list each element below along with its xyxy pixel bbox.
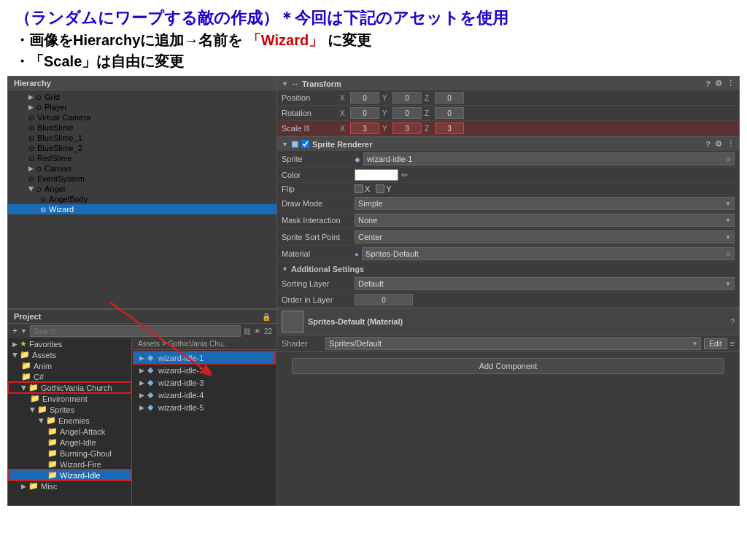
shader-label: Shader [282,339,325,348]
sprite-field-value: ◆ wizard-idle-1 ⊙ [355,152,735,166]
sprite-renderer-toggle[interactable] [301,140,309,148]
transform-title: Transform [302,79,341,88]
color-preview[interactable] [355,169,398,181]
draw-mode-label: Draw Mode [282,199,355,208]
position-label: Position [282,93,340,102]
project-item-angel-attack[interactable]: 📁 Angel-Attack [8,426,131,437]
draw-mode-value: Simple ▼ [355,197,735,210]
rotation-label: Rotation [282,109,340,117]
dropdown-arrow-icon: ▼ [725,217,731,224]
shader-dropdown[interactable]: Sprites/Default ▼ [325,337,701,350]
settings-icon[interactable]: ⚙ [715,79,722,88]
sprite-sort-dropdown[interactable]: Center ▼ [355,230,735,244]
material-row: Material ● Sprites-Default ⊙ [277,246,739,262]
x-label: X [340,94,349,102]
flip-y-checkbox[interactable] [376,184,384,193]
menu-icon[interactable]: ≡ [730,339,735,348]
asset-file-wizard-idle-5[interactable]: ▶ ◆ wizard-idle-5 [133,401,275,413]
scale-x-input[interactable] [350,122,379,134]
svg-line-0 [109,302,212,375]
game-object-icon: ⊙ [36,104,42,112]
mask-interaction-label: Mask Interaction [282,216,355,225]
order-layer-label: Order in Layer [282,295,355,304]
hierarchy-item-angelbody[interactable]: ⊙ AngelBody [8,194,276,204]
scale-z-input[interactable] [435,122,464,134]
order-layer-input[interactable] [355,294,413,306]
project-item-burning-ghoul[interactable]: 📁 Burning-Ghoul [8,448,131,459]
sorting-layer-value: Default ▼ [355,277,735,290]
order-layer-value [355,294,735,306]
flip-x-checkbox[interactable] [355,184,363,193]
folder-icon: 📁 [20,350,30,359]
position-x-field: X [340,92,379,104]
material-dropdown[interactable]: Sprites-Default ⊙ [362,247,735,260]
hierarchy-item-grid[interactable]: ▶ ⊙ Grid [8,92,276,102]
hierarchy-item-blueslime[interactable]: ⊙ BlueSlime [8,122,276,133]
draw-mode-row: Draw Mode Simple ▼ [277,195,739,212]
header-section: （ランダムにワープする敵の作成）＊今回は下記のアセットを使用 ・画像をHiera… [0,0,747,76]
mask-interaction-dropdown[interactable]: None ▼ [355,214,735,227]
hierarchy-item-redslime[interactable]: ⊙ RedSlime [8,153,276,163]
project-item-sprites[interactable]: ▶ 📁 Sprites [8,404,131,415]
hierarchy-item-wizard[interactable]: ⊙ Wizard [8,204,276,214]
hierarchy-item-blueslime2[interactable]: ⊙ BlueSlime_2 [8,143,276,153]
arrow-right-icon: ▶ [12,341,18,348]
hierarchy-item-canvas[interactable]: ▶ ⊙ Canvas [8,163,276,174]
add-component-button[interactable]: Add Component [292,358,724,374]
scale-fields: X Y Z [340,122,735,134]
color-picker-icon[interactable]: ✏ [401,171,408,180]
material-icon: ● [355,250,359,258]
hierarchy-item-eventsystem[interactable]: ⊙ EventSystem [8,174,276,184]
settings-icon[interactable]: ⚙ [715,139,722,149]
edit-button[interactable]: Edit [704,338,727,349]
position-y-input[interactable] [392,92,422,104]
rotation-y-input[interactable] [392,107,422,119]
flip-checkboxes: X Y [355,184,392,193]
sorting-layer-label: Sorting Layer [282,279,355,288]
color-row: Color ✏ [277,168,739,183]
transform-scale-row: Scale ⛓ X Y Z [277,121,739,136]
folder-icon: 📁 [47,438,58,447]
game-object-icon: ⊙ [28,114,34,122]
dropdown-arrow-icon: ⊙ [726,251,731,257]
project-item-wizard-fire[interactable]: 📁 Wizard-Fire [8,459,131,470]
x-label: X [340,109,349,117]
hierarchy-item-angel[interactable]: ▶ ⊙ Angel [8,184,276,194]
header-line2: ・画像をHierarchyに追加→名前を 「Wizard」 に変更 [15,31,732,50]
rotation-x-field: X [340,107,379,119]
position-z-input[interactable] [435,92,464,104]
project-item-environment[interactable]: 📁 Environment [8,393,131,404]
sprite-renderer-header: ▼ ▣ Sprite Renderer ? ⚙ ⋮ [277,137,739,151]
expand-icon: ▶ [139,392,144,399]
transform-position-row: Position X Y Z [277,90,739,106]
mask-interaction-value: None ▼ [355,214,735,227]
transform-component: ▼ ↔ Transform ? ⚙ ⋮ Position X [277,77,739,137]
rotation-x-input[interactable] [350,107,379,119]
material-header-icons: ? [730,317,735,326]
hierarchy-item-player[interactable]: ▶ ⊙ Player [8,102,276,112]
more-icon[interactable]: ⋮ [727,139,735,149]
scale-y-input[interactable] [392,122,422,134]
material-component: Sprites-Default (Material) ? Shader Spri… [277,308,739,352]
more-icon[interactable]: ⋮ [727,79,735,88]
project-item-angel-idle[interactable]: 📁 Angel-Idle [8,437,131,448]
add-icon[interactable]: + [12,326,18,336]
draw-mode-dropdown[interactable]: Simple ▼ [355,197,735,210]
dropdown-icon[interactable]: ▼ [20,327,27,335]
game-object-icon: ⊙ [28,144,34,152]
project-item-misc[interactable]: ▶ 📁 Misc [8,481,131,491]
arrow-down-icon: ▶ [29,407,36,412]
project-item-wizard-idle[interactable]: 📁 Wizard-Idle [8,470,131,481]
sprite-value-icon: ◆ [355,155,360,163]
sprite-dropdown[interactable]: wizard-idle-1 ⊙ [363,152,735,166]
rotation-z-input[interactable] [435,107,464,119]
link-icon: ⛓ [303,125,310,132]
sorting-layer-dropdown[interactable]: Default ▼ [355,277,735,290]
flip-row: Flip X Y [277,183,739,195]
asset-file-wizard-idle-4[interactable]: ▶ ◆ wizard-idle-4 [133,389,275,401]
hierarchy-item-virtual-camera[interactable]: ⊙ Virtual Camera [8,112,276,122]
position-x-input[interactable] [350,92,379,104]
arrow-down-icon: ▶ [12,352,19,357]
project-item-enemies[interactable]: ▶ 📁 Enemies [8,415,131,426]
hierarchy-item-blueslime1[interactable]: ⊙ BlueSlime_1 [8,133,276,143]
